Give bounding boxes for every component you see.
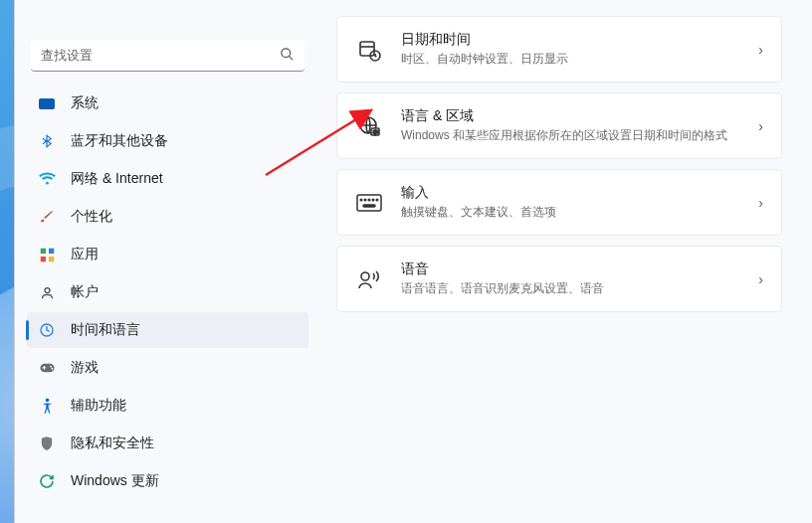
svg-rect-20 xyxy=(357,195,381,211)
sidebar-item-label: 蓝牙和其他设备 xyxy=(71,132,168,150)
svg-rect-26 xyxy=(363,205,375,207)
speech-icon xyxy=(355,265,383,293)
svg-point-25 xyxy=(376,199,378,201)
sidebar-item-label: 辅助功能 xyxy=(71,397,126,415)
system-icon xyxy=(37,93,57,113)
svg-rect-5 xyxy=(49,257,54,262)
card-typing[interactable]: 输入 触摸键盘、文本建议、首选项 › xyxy=(336,169,782,236)
svg-point-24 xyxy=(372,199,374,201)
card-speech[interactable]: 语音 语音语言、语音识别麦克风设置、语音 › xyxy=(336,246,782,312)
wifi-icon xyxy=(37,169,57,189)
card-subtitle: 语音语言、语音识别麦克风设置、语音 xyxy=(401,280,758,297)
chevron-right-icon: › xyxy=(758,42,763,58)
svg-point-23 xyxy=(368,199,370,201)
sidebar-item-label: 帐户 xyxy=(71,283,99,301)
svg-rect-4 xyxy=(40,257,45,262)
svg-point-6 xyxy=(45,287,50,292)
search-input[interactable] xyxy=(31,40,304,72)
sidebar-item-accessibility[interactable]: 辅助功能 xyxy=(27,388,308,424)
apps-icon xyxy=(37,245,57,264)
card-subtitle: Windows 和某些应用根据你所在的区域设置日期和时间的格式 xyxy=(401,127,758,144)
svg-text:字: 字 xyxy=(373,128,378,134)
card-text: 语言 & 区域 Windows 和某些应用根据你所在的区域设置日期和时间的格式 xyxy=(401,107,758,144)
clock-globe-icon xyxy=(37,320,57,340)
search-icon xyxy=(280,47,295,65)
card-title: 日期和时间 xyxy=(401,31,758,49)
user-icon xyxy=(37,282,57,302)
svg-rect-3 xyxy=(49,248,54,253)
svg-point-10 xyxy=(51,368,53,370)
card-text: 输入 触摸键盘、文本建议、首选项 xyxy=(401,184,758,221)
gamepad-icon xyxy=(37,358,57,378)
sidebar-item-label: 网络 & Internet xyxy=(71,170,163,188)
update-icon xyxy=(37,471,57,491)
sidebar-item-system[interactable]: 系统 xyxy=(27,86,308,121)
card-text: 语音 语音语言、语音识别麦克风设置、语音 xyxy=(401,261,758,297)
svg-rect-14 xyxy=(360,42,374,56)
chevron-right-icon: › xyxy=(758,271,763,287)
sidebar: 系统 蓝牙和其他设备 网络 & Internet 个性化 应用 xyxy=(15,0,318,523)
sidebar-item-bluetooth[interactable]: 蓝牙和其他设备 xyxy=(27,123,308,159)
svg-line-1 xyxy=(289,56,293,60)
sidebar-item-label: 系统 xyxy=(71,94,99,112)
svg-rect-2 xyxy=(40,248,45,253)
calendar-clock-icon xyxy=(355,36,383,64)
sidebar-item-label: 个性化 xyxy=(71,208,112,226)
card-title: 语言 & 区域 xyxy=(401,107,758,125)
shield-icon xyxy=(37,434,57,453)
chevron-right-icon: › xyxy=(758,118,763,134)
svg-point-22 xyxy=(364,199,366,201)
sidebar-item-accounts[interactable]: 帐户 xyxy=(27,274,308,310)
settings-window: 系统 蓝牙和其他设备 网络 & Internet 个性化 应用 xyxy=(14,0,812,523)
card-title: 输入 xyxy=(401,184,758,202)
card-subtitle: 触摸键盘、文本建议、首选项 xyxy=(401,204,758,221)
svg-point-13 xyxy=(45,398,49,402)
sidebar-item-apps[interactable]: 应用 xyxy=(27,237,308,272)
sidebar-item-label: Windows 更新 xyxy=(71,472,159,490)
sidebar-item-personalization[interactable]: 个性化 xyxy=(27,199,308,235)
svg-rect-12 xyxy=(43,366,44,370)
svg-point-9 xyxy=(50,366,52,368)
sidebar-item-time-language[interactable]: 时间和语言 xyxy=(27,312,308,348)
bluetooth-icon xyxy=(37,131,57,151)
content-area: 日期和时间 时区、自动时钟设置、日历显示 › 字 语言 & 区域 Windows… xyxy=(318,0,812,523)
sidebar-item-windows-update[interactable]: Windows 更新 xyxy=(27,463,308,499)
sidebar-item-label: 时间和语言 xyxy=(71,321,140,339)
card-title: 语音 xyxy=(401,261,758,278)
sidebar-item-privacy[interactable]: 隐私和安全性 xyxy=(27,426,308,461)
svg-point-0 xyxy=(282,49,291,58)
sidebar-item-network[interactable]: 网络 & Internet xyxy=(27,161,308,197)
sidebar-item-label: 游戏 xyxy=(71,359,99,377)
sidebar-item-label: 隐私和安全性 xyxy=(71,435,154,452)
card-text: 日期和时间 时区、自动时钟设置、日历显示 xyxy=(401,31,758,68)
accessibility-icon xyxy=(37,396,57,416)
sidebar-item-gaming[interactable]: 游戏 xyxy=(27,350,308,386)
svg-point-27 xyxy=(361,272,369,280)
brush-icon xyxy=(37,207,57,227)
card-date-time[interactable]: 日期和时间 时区、自动时钟设置、日历显示 › xyxy=(336,16,782,83)
card-language-region[interactable]: 字 语言 & 区域 Windows 和某些应用根据你所在的区域设置日期和时间的格… xyxy=(336,92,782,159)
card-subtitle: 时区、自动时钟设置、日历显示 xyxy=(401,51,758,68)
globe-language-icon: 字 xyxy=(355,112,383,140)
sidebar-item-label: 应用 xyxy=(71,246,99,263)
keyboard-icon xyxy=(355,189,383,217)
chevron-right-icon: › xyxy=(758,195,763,211)
svg-point-21 xyxy=(360,199,362,201)
search-container xyxy=(31,40,304,72)
